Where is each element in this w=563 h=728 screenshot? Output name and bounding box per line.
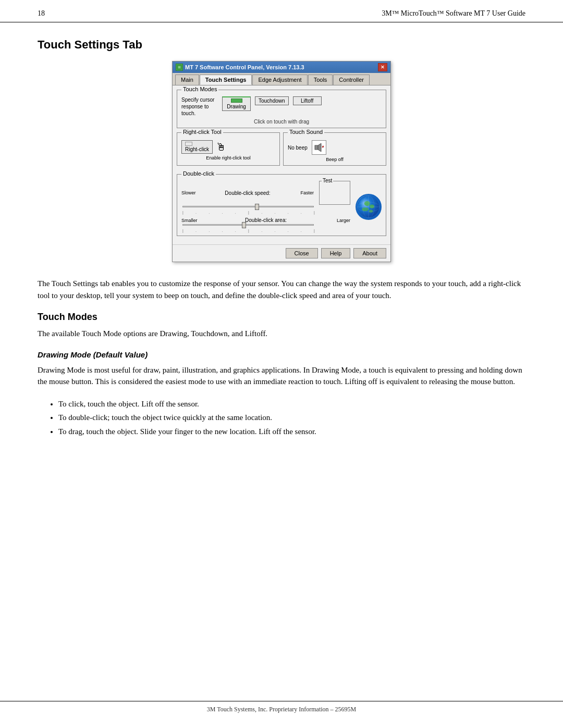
svg-point-7 <box>364 201 370 205</box>
right-click-inner: Right-click 🖱 Enable right-click tool <box>181 140 275 161</box>
sound-label-nobeep: No beep <box>288 145 308 151</box>
touch-sound-title: Touch Sound <box>288 129 324 135</box>
tab-controller[interactable]: Controller <box>333 75 370 85</box>
main-content: Touch Settings Tab MT 7 Software Control… <box>0 22 563 461</box>
svg-rect-2 <box>315 145 318 150</box>
title-bar: MT 7 Software Control Panel, Version 7.1… <box>173 61 390 73</box>
footer-text: 3M Touch Systems, Inc. Proprietary Infor… <box>207 706 357 713</box>
dialog-tabs: Main Touch Settings Edge Adjustment Tool… <box>173 73 390 85</box>
touch-sound-content: No beep <box>288 140 382 162</box>
area-label-left: Smaller <box>181 218 201 223</box>
speed-slider-thumb[interactable] <box>255 204 259 210</box>
area-label-title: Double-click area: <box>204 217 327 223</box>
test-group: Test <box>319 181 350 205</box>
area-label-right: Larger <box>331 218 350 223</box>
touch-modes-row: Specify cursor response to touch. Drawin… <box>181 96 382 117</box>
touch-modes-group: Touch Modes Specify cursor response to t… <box>177 90 386 128</box>
bullet-1: To click, touch the object. Lift off the… <box>58 398 525 410</box>
about-button[interactable]: About <box>353 248 386 258</box>
right-click-content: Right-click 🖱 <box>181 140 275 154</box>
cursor-icon: 🖱 <box>216 141 226 153</box>
dblclick-left: Slower Double-click speed: Faster Test <box>181 181 350 232</box>
area-slider-thumb[interactable] <box>242 222 246 228</box>
area-slider-row <box>181 224 350 226</box>
dialog-title: MT 7 Software Control Panel, Version 7.1… <box>185 64 304 70</box>
svg-marker-3 <box>318 143 321 152</box>
touch-modes-heading: Touch Modes <box>38 312 525 323</box>
two-col-row: Right-click Tool Right-click 🖱 <box>177 132 386 170</box>
globe-wrapper[interactable] <box>356 194 382 220</box>
speed-ticks: |....|....| <box>181 211 350 214</box>
section-heading: Touch Settings Tab <box>38 38 525 52</box>
drawing-mode-bullets: To click, touch the object. Lift off the… <box>38 398 525 438</box>
speed-label-left: Slower <box>181 190 201 195</box>
double-click-inner: Slower Double-click speed: Faster Test <box>181 181 382 232</box>
page-footer: 3M Touch Systems, Inc. Proprietary Infor… <box>0 701 563 718</box>
page-header: 18 3M™ MicroTouch™ Software MT 7 User Gu… <box>0 0 563 22</box>
speed-label-right: Faster <box>294 190 314 195</box>
svg-point-10 <box>369 209 373 213</box>
svg-rect-1 <box>178 66 180 68</box>
speed-label-title: Double-click speed: <box>204 190 291 196</box>
close-icon[interactable]: ✕ <box>378 63 387 71</box>
bullet-2: To double-click; touch the object twice … <box>58 412 525 424</box>
test-box-title: Test <box>322 178 333 183</box>
double-click-title: Double-click <box>181 170 216 177</box>
title-bar-left: MT 7 Software Control Panel, Version 7.1… <box>176 64 304 71</box>
area-ticks: |....|....| <box>181 229 350 232</box>
right-click-btn-wrapper: Right-click <box>181 140 213 154</box>
app-icon <box>176 64 183 71</box>
touch-modes-body: The available Touch Mode options are Dra… <box>38 328 525 340</box>
drawing-mode-body: Drawing Mode is most useful for draw, pa… <box>38 364 525 388</box>
right-click-sublabel: Enable right-click tool <box>181 155 275 161</box>
touch-sound-group: Touch Sound No beep <box>283 132 386 166</box>
sound-sublabel: Beep off <box>288 157 382 162</box>
active-mode-indicator <box>231 98 242 103</box>
touch-modes-title: Touch Modes <box>181 86 218 92</box>
close-button[interactable]: Close <box>286 248 318 258</box>
speed-slider-row <box>181 206 350 207</box>
tab-touch-settings[interactable]: Touch Settings <box>200 75 252 85</box>
tab-edge-adjustment[interactable]: Edge Adjustment <box>252 75 307 85</box>
globe-icon[interactable] <box>356 194 382 220</box>
right-click-title: Right-click Tool <box>181 129 223 135</box>
speed-slider-track[interactable] <box>182 206 314 207</box>
tab-main[interactable]: Main <box>175 75 199 85</box>
touch-sound-inner: No beep <box>288 140 382 162</box>
touch-modes-cursor-label: Specify cursor response to touch. <box>181 96 218 117</box>
dialog-footer: Close Help About <box>173 244 390 262</box>
double-click-group: Double-click Slower Double-click speed: … <box>177 174 386 236</box>
touch-modes-inner: Specify cursor response to touch. Drawin… <box>181 96 382 125</box>
touchdown-mode-btn[interactable]: Touchdown <box>255 96 289 105</box>
dblclick-speed-row: Slower Double-click speed: Faster Test <box>181 181 350 205</box>
test-area[interactable] <box>321 182 349 203</box>
dblclick-area-row: Smaller Double-click area: Larger <box>181 217 350 223</box>
svg-point-8 <box>370 204 374 208</box>
dialog-wrapper: MT 7 Software Control Panel, Version 7.1… <box>38 61 525 262</box>
liftoff-mode-btn[interactable]: Liftoff <box>293 96 322 105</box>
drawing-mode-heading: Drawing Mode (Default Value) <box>38 350 525 359</box>
body-text-intro: The Touch Settings tab enables you to cu… <box>38 278 525 301</box>
page-number: 18 <box>38 9 45 18</box>
header-title: 3M™ MicroTouch™ Software MT 7 User Guide <box>382 9 525 18</box>
dblclick-content: Slower Double-click speed: Faster Test <box>181 181 382 232</box>
area-slider-track[interactable] <box>182 224 314 226</box>
dialog-body: Touch Modes Specify cursor response to t… <box>173 85 390 244</box>
bullet-3: To drag, touch the object. Slide your fi… <box>58 426 525 438</box>
sound-icon <box>312 140 326 155</box>
right-click-group: Right-click Tool Right-click 🖱 <box>177 132 280 166</box>
sound-row-1: No beep <box>288 140 382 155</box>
touch-modes-subtitle: Click on touch with drag <box>181 119 382 125</box>
drawing-mode-btn[interactable]: Drawing <box>222 96 251 111</box>
tab-tools[interactable]: Tools <box>308 75 333 85</box>
help-button[interactable]: Help <box>321 248 351 258</box>
rc-indicator <box>185 142 192 146</box>
right-click-button[interactable]: Right-click <box>181 140 213 154</box>
dialog-window: MT 7 Software Control Panel, Version 7.1… <box>172 61 391 262</box>
right-click-btn-label: Right-click <box>185 146 209 152</box>
